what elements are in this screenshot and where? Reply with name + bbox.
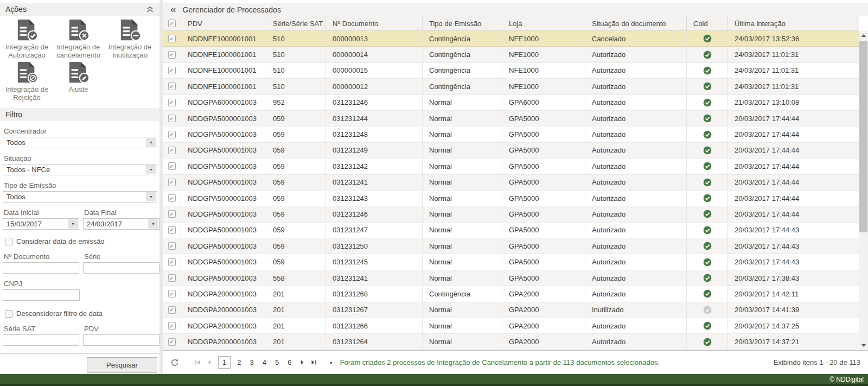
cell-ultima-interacao: 24/03/2017 11:01:31 <box>727 47 859 62</box>
row-checkbox[interactable] <box>168 258 176 266</box>
row-checkbox[interactable] <box>168 147 176 154</box>
table-row[interactable]: NDDNFE1000001001 510 000000014 Contingên… <box>163 47 859 62</box>
serie-sat-input[interactable] <box>3 334 79 346</box>
table-row[interactable]: NDDGPA5000001003 059 031231244 Normal GP… <box>163 111 859 126</box>
row-checkbox[interactable] <box>168 179 176 186</box>
considerar-data-checkbox[interactable] <box>5 238 12 245</box>
next-page-icon[interactable] <box>297 359 308 365</box>
table-row[interactable]: NDDGPA2000001003 201 031231268 Contingên… <box>163 286 859 302</box>
column-header-tipo-emissao[interactable]: Tipo de Emissão <box>422 16 502 30</box>
table-row[interactable]: NDDGPA2000001003 201 031231267 Normal GP… <box>163 302 859 318</box>
cnpj-input[interactable] <box>3 289 80 301</box>
vertical-scrollbar[interactable] <box>859 31 868 350</box>
cell-situacao: Cancelado <box>585 31 686 46</box>
cell-tipo-emissao: Normal <box>422 318 502 333</box>
cell-ultima-interacao: 24/03/2017 11:01:31 <box>727 63 859 78</box>
refresh-icon[interactable] <box>170 358 179 367</box>
table-row[interactable]: NDDGPA5000001003 059 031231246 Normal GP… <box>163 206 859 222</box>
table-row[interactable]: NDDGPA5000001003 059 031231249 Normal GP… <box>163 143 859 159</box>
first-page-icon[interactable] <box>192 359 203 365</box>
main-panel: « Gerenciador de Processados PDV Série/S… <box>163 0 868 374</box>
row-checkbox[interactable] <box>168 242 176 250</box>
pdv-input[interactable] <box>83 334 159 346</box>
collapse-up-icon[interactable] <box>146 6 154 13</box>
column-header-ultima-interacao[interactable]: Última interação <box>727 16 859 30</box>
table-row[interactable]: NDDGPA5000001003 059 031231242 Normal GP… <box>163 159 859 174</box>
row-checkbox[interactable] <box>168 99 176 106</box>
last-page-icon[interactable] <box>308 359 320 365</box>
table-row[interactable]: NDDNFE1000001001 510 000000013 Contingên… <box>163 31 859 47</box>
row-checkbox[interactable] <box>168 274 176 282</box>
cell-n-documento: 000000015 <box>326 63 422 78</box>
table-row[interactable]: NDDGPA5000001003 059 031231250 Normal GP… <box>163 238 859 254</box>
row-checkbox[interactable] <box>168 162 176 170</box>
page-number-3[interactable]: 3 <box>248 357 255 368</box>
chevron-down-icon: ▼ <box>146 138 156 147</box>
table-row[interactable]: NDDGPA5000001003 059 031231248 Normal GP… <box>163 126 859 142</box>
row-checkbox[interactable] <box>168 306 176 314</box>
data-final-combo[interactable]: 24/03/2017 ▼ <box>83 218 159 230</box>
table-row[interactable]: NDDGPA5000001003 059 031231245 Normal GP… <box>163 254 859 270</box>
row-checkbox[interactable] <box>168 83 176 90</box>
column-header-loja[interactable]: Loja <box>502 16 585 30</box>
scroll-down-icon[interactable] <box>859 341 868 350</box>
cell-loja: GPA2000 <box>502 334 585 349</box>
row-checkbox[interactable] <box>168 290 176 298</box>
tipo-emissao-select[interactable]: Todos ▼ <box>3 191 157 203</box>
action-integracao-autorizacao[interactable]: Integração de Autorização <box>1 19 53 59</box>
action-label: Ajuste <box>68 85 88 93</box>
cell-n-documento: 031231248 <box>326 126 422 142</box>
table-row[interactable]: NDDGPA5000001003 059 031231243 Normal GP… <box>163 191 859 206</box>
page-number-2[interactable]: 2 <box>235 357 242 368</box>
column-header-pdv[interactable]: PDV <box>181 16 266 30</box>
scrollbar-thumb[interactable] <box>859 41 867 232</box>
table-row[interactable]: NDDGPA2000001003 201 031231266 Normal GP… <box>163 318 859 334</box>
data-inicial-combo[interactable]: 15/03/2017 ▼ <box>3 218 79 230</box>
page-number-6[interactable]: 6 <box>286 357 293 368</box>
row-checkbox[interactable] <box>168 322 176 330</box>
cell-ultima-interacao: 24/03/2017 13:52:36 <box>727 31 859 46</box>
select-all-checkbox[interactable] <box>168 20 176 27</box>
collapse-left-icon[interactable]: « <box>170 4 176 14</box>
cell-cold <box>686 334 727 349</box>
row-checkbox[interactable] <box>168 115 176 122</box>
desconsiderar-filtro-checkbox[interactable] <box>5 310 12 318</box>
row-checkbox[interactable] <box>168 51 176 59</box>
filter-section-header: Filtro <box>0 108 159 121</box>
row-checkbox[interactable] <box>168 35 176 42</box>
row-checkbox[interactable] <box>168 210 176 218</box>
row-checkbox[interactable] <box>168 67 176 74</box>
row-checkbox[interactable] <box>168 338 176 346</box>
action-ajuste[interactable]: Ajuste <box>53 61 104 102</box>
table-row[interactable]: NDDNFE1000001001 510 000000012 Contingên… <box>163 79 859 94</box>
situacao-select[interactable]: Todos - NFCe ▼ <box>3 164 157 175</box>
action-integracao-inutilizacao[interactable]: Integração de Inutilização <box>104 19 156 59</box>
concentrador-select[interactable]: Todos ▼ <box>3 137 157 148</box>
table-row[interactable]: NDDNFE1000001001 510 000000015 Contingên… <box>163 63 859 79</box>
table-row[interactable]: NDDGPA5000001003 558 031231241 Normal GP… <box>163 270 859 286</box>
pesquisar-button[interactable]: Pesquisar <box>87 357 157 373</box>
column-header-serie-sat[interactable]: Série/Série SAT <box>266 16 326 30</box>
row-checkbox[interactable] <box>168 131 176 138</box>
column-header-n-documento[interactable]: Nº Documento <box>326 16 422 30</box>
serie-input[interactable] <box>83 262 159 274</box>
column-header-situacao[interactable]: Situação do documento <box>585 16 686 30</box>
previous-page-icon[interactable] <box>203 359 215 365</box>
page-number-5[interactable]: 5 <box>273 357 280 368</box>
page-number-4[interactable]: 4 <box>261 357 268 368</box>
cell-ultima-interacao: 20/03/2017 14:42:11 <box>727 286 859 301</box>
row-checkbox[interactable] <box>168 194 176 202</box>
action-integracao-rejeicao[interactable]: Integração de Rejeição <box>1 61 53 102</box>
n-documento-input[interactable] <box>3 262 79 274</box>
table-row[interactable]: NDDGPA6000001003 952 031231246 Normal GP… <box>163 95 859 111</box>
page-number-1[interactable]: 1 <box>218 356 231 369</box>
row-checkbox[interactable] <box>168 226 176 234</box>
scroll-up-icon[interactable] <box>859 31 868 40</box>
table-row[interactable]: NDDGPA5000001003 059 031231247 Normal GP… <box>163 223 859 238</box>
cell-tipo-emissao: Normal <box>422 175 502 190</box>
table-row[interactable]: NDDGPA2000001003 201 031231264 Normal GP… <box>163 334 859 350</box>
table-header: PDV Série/Série SAT Nº Documento Tipo de… <box>163 16 859 31</box>
column-header-cold[interactable]: Cold <box>686 16 727 30</box>
table-row[interactable]: NDDGPA5000001003 059 031231241 Normal GP… <box>163 175 859 191</box>
action-integracao-cancelamento[interactable]: Integração de cancelamento <box>53 19 104 59</box>
